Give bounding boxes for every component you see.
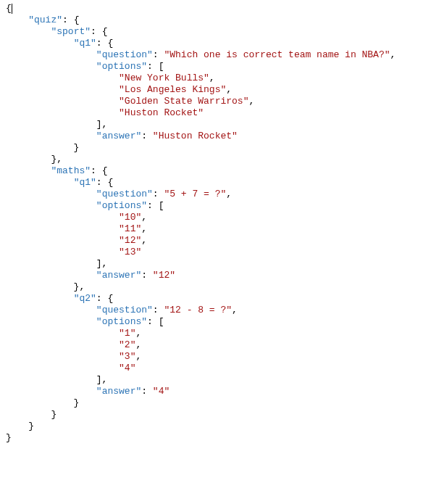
json-whitespace bbox=[6, 316, 96, 327]
json-whitespace bbox=[6, 293, 74, 304]
json-code-block[interactable]: { "quiz": { "sport": { "q1": { "question… bbox=[0, 0, 439, 447]
json-punct: , bbox=[141, 223, 147, 234]
json-string: "Huston Rocket" bbox=[153, 131, 238, 141]
json-whitespace bbox=[6, 386, 96, 397]
json-whitespace bbox=[6, 212, 119, 223]
json-string: "2" bbox=[119, 339, 135, 350]
json-whitespace bbox=[6, 61, 96, 72]
json-key: "question" bbox=[96, 305, 153, 315]
json-whitespace bbox=[6, 339, 119, 350]
json-string: "12 - 8 = ?" bbox=[164, 305, 232, 315]
json-whitespace bbox=[6, 223, 119, 234]
json-punct: , bbox=[232, 305, 238, 315]
text-caret bbox=[12, 4, 12, 14]
json-key: "q2" bbox=[74, 293, 96, 304]
json-punct: ], bbox=[6, 374, 107, 385]
json-key: "q1" bbox=[74, 177, 96, 188]
json-whitespace bbox=[6, 38, 74, 49]
json-string: "Golden State Warriros" bbox=[119, 96, 248, 107]
json-whitespace bbox=[6, 177, 74, 188]
json-string: "12" bbox=[153, 270, 175, 281]
json-punct: : { bbox=[96, 38, 113, 49]
json-string: "10" bbox=[119, 212, 141, 223]
json-punct: } bbox=[6, 397, 79, 408]
json-whitespace bbox=[6, 305, 96, 315]
json-punct: : { bbox=[96, 293, 113, 304]
json-punct: : [ bbox=[147, 200, 164, 211]
json-punct: : { bbox=[91, 165, 107, 176]
json-whitespace bbox=[6, 84, 119, 95]
json-punct: : [ bbox=[147, 61, 164, 72]
json-string: "New York Bulls" bbox=[119, 73, 209, 83]
json-punct: : bbox=[153, 189, 164, 199]
json-punct: }, bbox=[6, 281, 85, 292]
json-key: "question" bbox=[96, 49, 153, 60]
json-punct: , bbox=[141, 212, 147, 223]
json-punct: : [ bbox=[147, 316, 164, 327]
json-whitespace bbox=[6, 107, 119, 118]
json-punct: , bbox=[390, 49, 396, 60]
json-whitespace bbox=[6, 49, 96, 60]
json-punct: } bbox=[6, 409, 57, 420]
json-whitespace bbox=[6, 270, 96, 281]
json-punct: } bbox=[6, 142, 79, 153]
json-key: "options" bbox=[96, 316, 147, 327]
json-punct: , bbox=[135, 328, 141, 339]
json-whitespace bbox=[6, 131, 96, 141]
json-whitespace bbox=[6, 15, 28, 25]
json-punct: } bbox=[6, 421, 34, 431]
json-punct: : bbox=[141, 386, 153, 397]
json-whitespace bbox=[6, 351, 119, 362]
json-string: "5 + 7 = ?" bbox=[164, 189, 226, 199]
json-punct: } bbox=[6, 432, 12, 443]
json-punct: }, bbox=[6, 154, 62, 165]
json-punct: , bbox=[226, 189, 232, 199]
json-string: "Huston Rocket" bbox=[119, 107, 204, 118]
json-whitespace bbox=[6, 165, 51, 176]
json-key: "quiz" bbox=[28, 15, 62, 25]
json-punct: : { bbox=[62, 15, 79, 25]
json-key: "question" bbox=[96, 189, 153, 199]
json-punct: , bbox=[248, 96, 254, 107]
json-punct: : bbox=[153, 305, 164, 315]
json-punct: , bbox=[135, 351, 141, 362]
json-whitespace bbox=[6, 96, 119, 107]
json-whitespace bbox=[6, 328, 119, 339]
json-key: "q1" bbox=[74, 38, 96, 49]
json-string: "11" bbox=[119, 223, 141, 234]
json-string: "1" bbox=[119, 328, 135, 339]
json-punct: , bbox=[209, 73, 215, 83]
json-key: "maths" bbox=[51, 165, 91, 176]
json-key: "options" bbox=[96, 200, 147, 211]
json-whitespace bbox=[6, 26, 51, 37]
json-punct: : bbox=[153, 49, 164, 60]
json-punct: ], bbox=[6, 258, 107, 269]
json-string: "4" bbox=[153, 386, 170, 397]
json-string: "Los Angeles Kings" bbox=[119, 84, 226, 95]
json-whitespace bbox=[6, 200, 96, 211]
json-key: "answer" bbox=[96, 131, 141, 141]
json-key: "options" bbox=[96, 61, 147, 72]
json-punct: { bbox=[6, 3, 12, 14]
json-string: "13" bbox=[119, 247, 141, 257]
json-whitespace bbox=[6, 235, 119, 246]
json-punct: , bbox=[135, 339, 141, 350]
json-punct: , bbox=[141, 235, 147, 246]
json-punct: ], bbox=[6, 119, 107, 130]
json-whitespace bbox=[6, 247, 119, 257]
json-whitespace bbox=[6, 189, 96, 199]
json-string: "12" bbox=[119, 235, 141, 246]
json-whitespace bbox=[6, 73, 119, 83]
json-punct: , bbox=[226, 84, 232, 95]
json-string: "Which one is correct team name in NBA?" bbox=[164, 49, 390, 60]
json-punct: : { bbox=[91, 26, 107, 37]
json-punct: : bbox=[141, 131, 153, 141]
json-whitespace bbox=[6, 363, 119, 373]
json-string: "4" bbox=[119, 363, 135, 373]
json-key: "answer" bbox=[96, 386, 141, 397]
json-key: "sport" bbox=[51, 26, 91, 37]
json-punct: : bbox=[141, 270, 153, 281]
json-key: "answer" bbox=[96, 270, 141, 281]
json-punct: : { bbox=[96, 177, 113, 188]
json-string: "3" bbox=[119, 351, 135, 362]
